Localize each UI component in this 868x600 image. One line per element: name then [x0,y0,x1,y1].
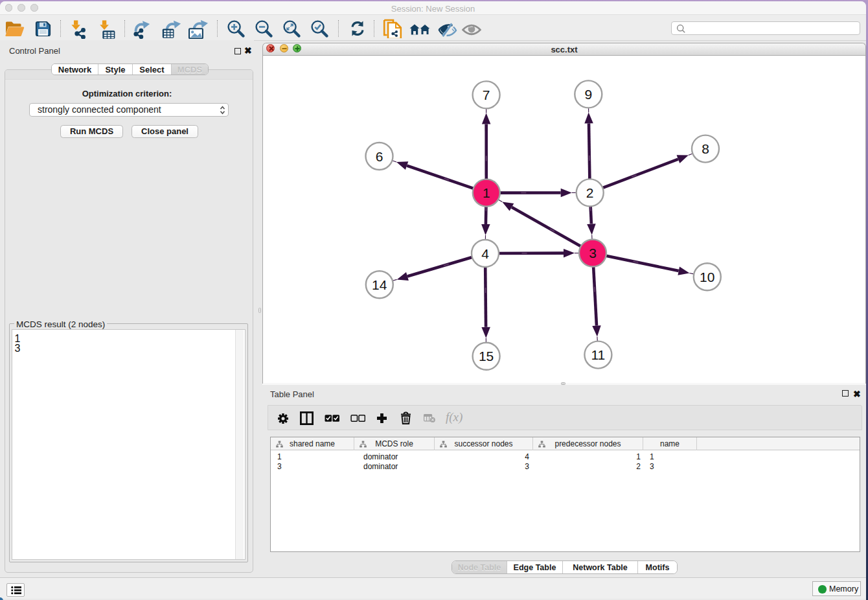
svg-text:6: 6 [376,149,383,164]
svg-text:14: 14 [372,277,387,292]
svg-text:9: 9 [584,87,592,102]
svg-text:2: 2 [586,185,594,200]
svg-text:8: 8 [702,141,709,156]
svg-text:7: 7 [483,87,490,102]
svg-text:15: 15 [479,349,494,363]
svg-text:1: 1 [483,185,490,200]
svg-text:10: 10 [700,270,714,284]
svg-text:3: 3 [589,246,597,260]
svg-text:4: 4 [481,246,489,261]
svg-text:11: 11 [591,347,605,362]
